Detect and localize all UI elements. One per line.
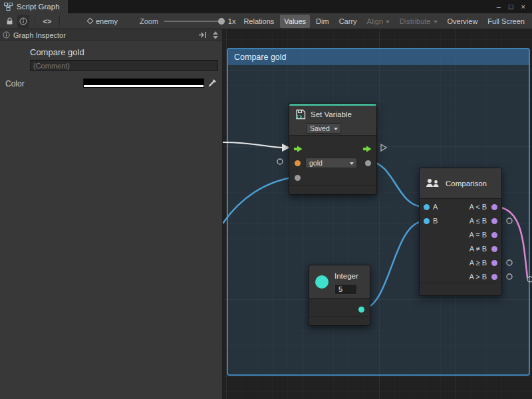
output-label-a-ne-b: A ≠ B <box>469 245 487 253</box>
chevron-down-icon <box>434 21 438 23</box>
save-variable-icon <box>295 108 307 120</box>
node-footer-divider <box>309 317 370 317</box>
tab-title: Script Graph <box>17 3 60 11</box>
input-label-a: A <box>433 203 438 211</box>
tab-script-graph[interactable]: Script Graph <box>0 0 68 13</box>
group-title: Compare gold <box>234 53 287 62</box>
value-input-port[interactable] <box>295 175 301 181</box>
full-screen-button[interactable]: Full Screen <box>483 15 529 28</box>
toolbar-separator <box>59 16 60 27</box>
graph-toolbar: <> enemy Zoom 1x Relations Values Dim Ca… <box>0 13 532 29</box>
integer-output-port[interactable] <box>358 307 364 313</box>
flow-input-port[interactable] <box>293 145 303 153</box>
color-field[interactable] <box>83 78 204 88</box>
node-integer[interactable]: Integer 5 <box>309 265 370 326</box>
value-output-port[interactable] <box>365 160 371 166</box>
arrow-down-icon <box>213 36 218 39</box>
node-title: Comparison <box>446 180 487 188</box>
inspector-toggle-button[interactable] <box>17 15 29 28</box>
pane-resize-arrows[interactable] <box>213 31 219 39</box>
comparison-row: A ≥ B <box>420 256 501 270</box>
lock-icon[interactable] <box>3 15 15 28</box>
align-button[interactable]: Align <box>363 15 394 28</box>
flow-output-port[interactable] <box>362 145 372 153</box>
node-header[interactable]: Comparison <box>420 168 501 199</box>
input-port-b[interactable] <box>424 218 430 224</box>
overview-button[interactable]: Overview <box>444 15 482 28</box>
dock-icon[interactable] <box>198 31 207 39</box>
chevron-down-icon <box>386 21 390 23</box>
values-button[interactable]: Values <box>280 15 310 28</box>
zoom-slider-handle[interactable] <box>218 18 225 25</box>
arrow-up-icon <box>213 31 218 35</box>
inspector-header-title: Graph Inspector <box>13 31 66 39</box>
graph-title: Compare gold <box>30 47 84 57</box>
script-graph-icon <box>4 3 13 11</box>
output-port-a-le-b[interactable] <box>491 218 497 224</box>
eyedropper-icon[interactable] <box>207 78 217 88</box>
dim-button[interactable]: Dim <box>312 15 333 28</box>
comparison-row: B A ≤ B <box>420 214 501 228</box>
integer-icon <box>315 275 329 289</box>
output-port-a-ne-b[interactable] <box>491 246 497 252</box>
window-controls: – □ × <box>497 0 532 13</box>
comparison-row: A > B <box>420 270 501 284</box>
input-port-a[interactable] <box>424 204 430 210</box>
alpha-bar <box>84 85 203 87</box>
comparison-icon <box>426 178 440 189</box>
carry-button[interactable]: Carry <box>335 15 361 28</box>
comparison-row: A ≠ B <box>420 242 501 256</box>
zoom-value: 1x <box>228 17 236 25</box>
output-port-a-lt-b[interactable] <box>491 204 497 210</box>
output-port-a-gt-b[interactable] <box>491 274 497 280</box>
output-label-a-lt-b: A < B <box>469 203 487 211</box>
zoom-slider[interactable] <box>164 15 222 28</box>
comparison-row: A A < B <box>420 200 501 214</box>
code-icon[interactable]: <> <box>41 15 54 28</box>
color-label: Color <box>5 79 25 88</box>
node-comparison[interactable]: Comparison A A < B B A ≤ B A = B A ≠ B <box>419 168 502 296</box>
node-footer-divider <box>289 185 376 186</box>
variable-scope-dropdown[interactable]: Saved <box>306 123 341 134</box>
integer-value-field[interactable]: 5 <box>334 284 357 295</box>
output-label-a-ge-b: A ≥ B <box>469 259 487 267</box>
node-title: Integer <box>334 272 358 280</box>
graph-canvas[interactable]: Compare gold Set <box>223 29 532 399</box>
graph-inspector-header[interactable]: Graph Inspector <box>0 29 222 41</box>
output-label-a-gt-b: A > B <box>469 273 487 281</box>
toolbar-separator <box>35 16 35 27</box>
graph-asset-icon <box>87 18 94 25</box>
comment-input[interactable] <box>30 60 218 71</box>
close-button[interactable]: × <box>521 3 525 11</box>
group-header[interactable]: Compare gold <box>228 49 529 65</box>
distribute-button[interactable]: Distribute <box>396 15 441 28</box>
output-port-a-eq-b[interactable] <box>491 232 497 238</box>
padlock-icon <box>6 17 13 25</box>
graph-asset-reference[interactable]: enemy <box>88 17 118 25</box>
unity-script-graph-window: Script Graph – □ × <> enemy <box>0 0 532 399</box>
info-icon <box>3 31 10 39</box>
zoom-slider-track[interactable] <box>164 21 222 22</box>
comparison-row: A = B <box>420 228 501 242</box>
window-tab-bar: Script Graph – □ × <box>0 0 532 13</box>
node-footer-divider <box>420 283 501 283</box>
maximize-button[interactable]: □ <box>509 3 513 11</box>
graph-inspector-panel: Graph Inspector Compare gold Color <box>0 29 223 399</box>
input-label-b: B <box>433 217 438 225</box>
chevron-down-icon <box>350 162 354 165</box>
output-label-a-eq-b: A = B <box>469 231 487 239</box>
graph-asset-name: enemy <box>96 17 118 25</box>
chevron-down-icon <box>334 128 338 130</box>
zoom-label: Zoom <box>140 17 158 25</box>
node-set-variable[interactable]: Set Variable Saved gold <box>289 103 377 195</box>
relations-button[interactable]: Relations <box>239 15 278 28</box>
variable-name-dropdown[interactable]: gold <box>305 158 357 168</box>
output-label-a-le-b: A ≤ B <box>469 217 487 225</box>
output-port-a-ge-b[interactable] <box>491 260 497 266</box>
node-title: Set Variable <box>311 110 352 118</box>
info-icon <box>19 17 27 25</box>
minimize-button[interactable]: – <box>497 3 501 11</box>
variable-name-port[interactable] <box>295 160 301 166</box>
